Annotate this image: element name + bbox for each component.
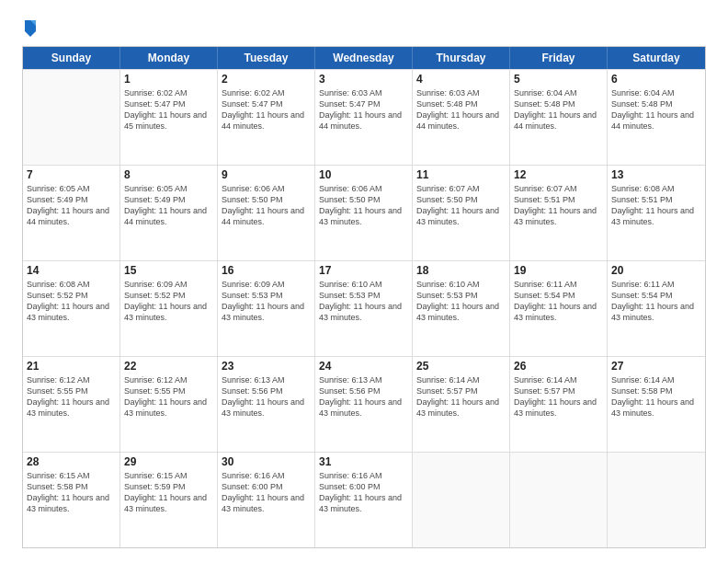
- day-number: 9: [222, 168, 311, 181]
- day-info: Sunrise: 6:15 AMSunset: 5:59 PMDaylight:…: [124, 470, 213, 515]
- day-info: Sunrise: 6:13 AMSunset: 5:56 PMDaylight:…: [319, 374, 408, 419]
- day-number: 11: [416, 168, 506, 181]
- day-info: Sunrise: 6:13 AMSunset: 5:56 PMDaylight:…: [222, 374, 311, 419]
- day-number: 13: [611, 168, 701, 181]
- day-number: 21: [27, 360, 116, 373]
- day-info: Sunrise: 6:04 AMSunset: 5:48 PMDaylight:…: [611, 87, 701, 132]
- calendar-cell: 9Sunrise: 6:06 AMSunset: 5:50 PMDaylight…: [218, 166, 315, 260]
- day-info: Sunrise: 6:14 AMSunset: 5:58 PMDaylight:…: [611, 374, 701, 419]
- day-info: Sunrise: 6:12 AMSunset: 5:55 PMDaylight:…: [27, 374, 116, 419]
- day-info: Sunrise: 6:14 AMSunset: 5:57 PMDaylight:…: [416, 374, 506, 419]
- day-info: Sunrise: 6:03 AMSunset: 5:47 PMDaylight:…: [319, 87, 408, 132]
- calendar-cell: 8Sunrise: 6:05 AMSunset: 5:49 PMDaylight…: [120, 166, 218, 260]
- header-day-saturday: Saturday: [608, 47, 705, 69]
- logo-icon: [23, 18, 38, 37]
- calendar-cell: 16Sunrise: 6:09 AMSunset: 5:53 PMDayligh…: [218, 261, 315, 356]
- calendar-cell: 6Sunrise: 6:04 AMSunset: 5:48 PMDaylight…: [608, 70, 705, 165]
- calendar-cell: 13Sunrise: 6:08 AMSunset: 5:51 PMDayligh…: [608, 166, 705, 260]
- calendar-row-0: 1Sunrise: 6:02 AMSunset: 5:47 PMDaylight…: [23, 69, 705, 165]
- calendar-cell: 20Sunrise: 6:11 AMSunset: 5:54 PMDayligh…: [608, 261, 705, 356]
- day-number: 8: [124, 168, 213, 181]
- header: [22, 18, 706, 37]
- calendar-body: 1Sunrise: 6:02 AMSunset: 5:47 PMDaylight…: [23, 69, 705, 547]
- day-number: 2: [222, 73, 311, 86]
- day-number: 6: [611, 73, 701, 86]
- calendar-cell: 29Sunrise: 6:15 AMSunset: 5:59 PMDayligh…: [120, 453, 218, 547]
- day-info: Sunrise: 6:04 AMSunset: 5:48 PMDaylight:…: [514, 87, 603, 132]
- day-info: Sunrise: 6:08 AMSunset: 5:51 PMDaylight:…: [611, 183, 701, 228]
- day-number: 15: [124, 264, 213, 277]
- day-number: 14: [27, 264, 116, 277]
- day-number: 12: [514, 168, 603, 181]
- header-day-monday: Monday: [120, 47, 218, 69]
- day-number: 4: [416, 73, 506, 86]
- calendar-cell: 7Sunrise: 6:05 AMSunset: 5:49 PMDaylight…: [23, 166, 120, 260]
- day-number: 10: [319, 168, 408, 181]
- day-info: Sunrise: 6:02 AMSunset: 5:47 PMDaylight:…: [124, 87, 213, 132]
- day-number: 29: [124, 455, 213, 468]
- day-info: Sunrise: 6:16 AMSunset: 6:00 PMDaylight:…: [222, 470, 311, 515]
- day-info: Sunrise: 6:09 AMSunset: 5:52 PMDaylight:…: [124, 279, 213, 324]
- calendar-cell: 15Sunrise: 6:09 AMSunset: 5:52 PMDayligh…: [120, 261, 218, 356]
- day-number: 24: [319, 360, 408, 373]
- calendar-cell: 19Sunrise: 6:11 AMSunset: 5:54 PMDayligh…: [510, 261, 608, 356]
- logo-text: [22, 18, 39, 37]
- calendar-cell: 12Sunrise: 6:07 AMSunset: 5:51 PMDayligh…: [510, 166, 608, 260]
- header-day-sunday: Sunday: [23, 47, 120, 69]
- calendar-cell: 3Sunrise: 6:03 AMSunset: 5:47 PMDaylight…: [315, 70, 413, 165]
- day-info: Sunrise: 6:06 AMSunset: 5:50 PMDaylight:…: [222, 183, 311, 228]
- calendar-cell: 4Sunrise: 6:03 AMSunset: 5:48 PMDaylight…: [413, 70, 510, 165]
- day-info: Sunrise: 6:07 AMSunset: 5:50 PMDaylight:…: [416, 183, 506, 228]
- day-info: Sunrise: 6:11 AMSunset: 5:54 PMDaylight:…: [611, 279, 701, 324]
- calendar-cell: 5Sunrise: 6:04 AMSunset: 5:48 PMDaylight…: [510, 70, 608, 165]
- day-info: Sunrise: 6:14 AMSunset: 5:57 PMDaylight:…: [514, 374, 603, 419]
- calendar-cell: 28Sunrise: 6:15 AMSunset: 5:58 PMDayligh…: [23, 453, 120, 547]
- calendar-cell: 22Sunrise: 6:12 AMSunset: 5:55 PMDayligh…: [120, 357, 218, 452]
- calendar: SundayMondayTuesdayWednesdayThursdayFrid…: [22, 46, 706, 548]
- day-number: 26: [514, 360, 603, 373]
- day-number: 27: [611, 360, 701, 373]
- day-info: Sunrise: 6:05 AMSunset: 5:49 PMDaylight:…: [27, 183, 116, 228]
- calendar-cell: [510, 453, 608, 547]
- calendar-cell: 11Sunrise: 6:07 AMSunset: 5:50 PMDayligh…: [413, 166, 510, 260]
- day-number: 28: [27, 455, 116, 468]
- calendar-cell: 2Sunrise: 6:02 AMSunset: 5:47 PMDaylight…: [218, 70, 315, 165]
- day-info: Sunrise: 6:08 AMSunset: 5:52 PMDaylight:…: [27, 279, 116, 324]
- calendar-row-3: 21Sunrise: 6:12 AMSunset: 5:55 PMDayligh…: [23, 356, 705, 452]
- calendar-cell: 17Sunrise: 6:10 AMSunset: 5:53 PMDayligh…: [315, 261, 413, 356]
- calendar-cell: 21Sunrise: 6:12 AMSunset: 5:55 PMDayligh…: [23, 357, 120, 452]
- calendar-cell: [23, 70, 120, 165]
- calendar-cell: 1Sunrise: 6:02 AMSunset: 5:47 PMDaylight…: [120, 70, 218, 165]
- calendar-cell: [608, 453, 705, 547]
- day-number: 1: [124, 73, 213, 86]
- header-day-friday: Friday: [510, 47, 608, 69]
- day-number: 25: [416, 360, 506, 373]
- logo: [22, 18, 39, 37]
- header-day-wednesday: Wednesday: [315, 47, 413, 69]
- day-number: 31: [319, 455, 408, 468]
- calendar-header: SundayMondayTuesdayWednesdayThursdayFrid…: [23, 47, 705, 69]
- page: SundayMondayTuesdayWednesdayThursdayFrid…: [0, 0, 728, 563]
- day-number: 3: [319, 73, 408, 86]
- day-number: 5: [514, 73, 603, 86]
- day-info: Sunrise: 6:02 AMSunset: 5:47 PMDaylight:…: [222, 87, 311, 132]
- calendar-cell: 24Sunrise: 6:13 AMSunset: 5:56 PMDayligh…: [315, 357, 413, 452]
- day-number: 18: [416, 264, 506, 277]
- day-info: Sunrise: 6:12 AMSunset: 5:55 PMDaylight:…: [124, 374, 213, 419]
- calendar-cell: 27Sunrise: 6:14 AMSunset: 5:58 PMDayligh…: [608, 357, 705, 452]
- day-info: Sunrise: 6:06 AMSunset: 5:50 PMDaylight:…: [319, 183, 408, 228]
- calendar-cell: 25Sunrise: 6:14 AMSunset: 5:57 PMDayligh…: [413, 357, 510, 452]
- day-number: 16: [222, 264, 311, 277]
- day-number: 7: [27, 168, 116, 181]
- day-info: Sunrise: 6:15 AMSunset: 5:58 PMDaylight:…: [27, 470, 116, 515]
- day-info: Sunrise: 6:16 AMSunset: 6:00 PMDaylight:…: [319, 470, 408, 515]
- calendar-row-1: 7Sunrise: 6:05 AMSunset: 5:49 PMDaylight…: [23, 165, 705, 260]
- day-info: Sunrise: 6:07 AMSunset: 5:51 PMDaylight:…: [514, 183, 603, 228]
- day-number: 19: [514, 264, 603, 277]
- calendar-cell: 23Sunrise: 6:13 AMSunset: 5:56 PMDayligh…: [218, 357, 315, 452]
- day-info: Sunrise: 6:05 AMSunset: 5:49 PMDaylight:…: [124, 183, 213, 228]
- day-number: 17: [319, 264, 408, 277]
- calendar-row-4: 28Sunrise: 6:15 AMSunset: 5:58 PMDayligh…: [23, 452, 705, 547]
- calendar-cell: 31Sunrise: 6:16 AMSunset: 6:00 PMDayligh…: [315, 453, 413, 547]
- calendar-row-2: 14Sunrise: 6:08 AMSunset: 5:52 PMDayligh…: [23, 260, 705, 356]
